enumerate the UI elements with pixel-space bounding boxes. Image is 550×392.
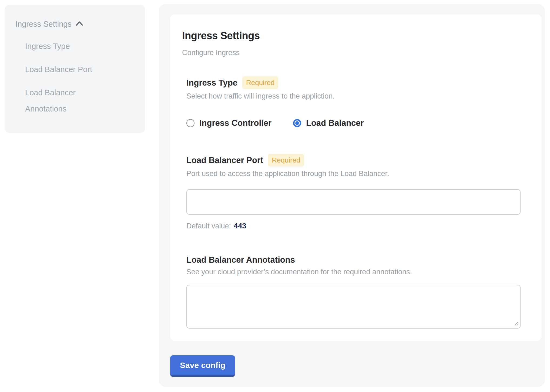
radio-icon[interactable] [293,119,301,127]
ingress-type-radio-group: Ingress Controller Load Balancer [186,118,521,128]
required-badge: Required [242,76,279,89]
page-title: Ingress Settings [182,30,521,42]
ingress-settings-card: Ingress Settings Configure Ingress Ingre… [170,14,542,341]
default-value-row: Default value: 443 [186,222,521,230]
load-balancer-port-input[interactable] [186,189,521,215]
radio-label-load-balancer: Load Balancer [306,118,364,128]
sidebar-item-load-balancer-port[interactable]: Load Balancer Port [15,61,114,77]
section-ingress-type: Ingress Type Required Select how traffic… [186,76,521,128]
sidebar-section-label: Ingress Settings [15,20,72,29]
sidebar-section-ingress-settings[interactable]: Ingress Settings [15,19,134,29]
page-subtitle: Configure Ingress [182,49,521,57]
settings-nav-sidebar: Ingress Settings Ingress Type Load Balan… [5,5,145,133]
default-value: 443 [234,222,246,230]
save-config-button[interactable]: Save config [170,355,235,377]
lb-port-description: Port used to access the application thro… [186,169,521,178]
sidebar-item-list: Ingress Type Load Balancer Port Load Bal… [15,38,134,117]
ingress-type-description: Select how traffic will ingress to the a… [186,91,521,101]
load-balancer-annotations-textarea[interactable] [186,285,521,329]
radio-option-ingress-controller[interactable]: Ingress Controller [186,118,271,128]
ingress-type-label: Ingress Type [186,78,237,88]
section-load-balancer-annotations: Load Balancer Annotations See your cloud… [186,255,521,329]
radio-option-load-balancer[interactable]: Load Balancer [293,118,364,128]
sidebar-item-load-balancer-annotations[interactable]: Load Balancer Annotations [15,85,114,117]
sidebar-item-ingress-type[interactable]: Ingress Type [15,38,114,54]
default-value-label: Default value: [186,222,231,230]
required-badge: Required [268,154,304,167]
lb-annotations-label: Load Balancer Annotations [186,255,295,265]
radio-icon[interactable] [186,119,194,127]
main-content-panel: Ingress Settings Configure Ingress Ingre… [159,4,545,387]
chevron-up-icon[interactable] [75,19,83,29]
form-sections: Ingress Type Required Select how traffic… [186,76,521,329]
lb-port-label: Load Balancer Port [186,156,263,165]
lb-annotations-description: See your cloud provider’s documentation … [186,267,521,277]
section-load-balancer-port: Load Balancer Port Required Port used to… [186,154,521,230]
radio-label-ingress-controller: Ingress Controller [199,118,271,128]
